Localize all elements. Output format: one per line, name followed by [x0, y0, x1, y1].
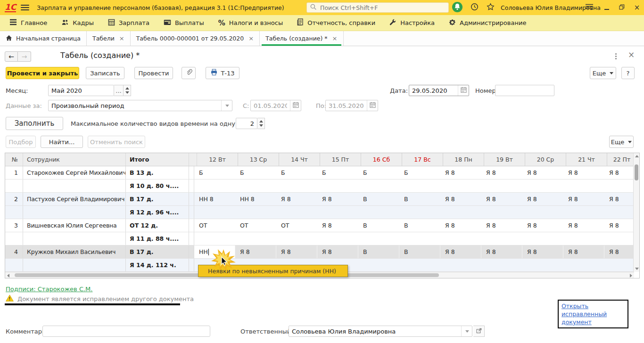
day-cell[interactable]: [563, 232, 604, 245]
open-corrected-link[interactable]: Открыть исправленный документ: [561, 302, 625, 326]
table-row[interactable]: 3Вишневская Юлия СергеевнаОТ 12 д.ОТОТОТ…: [5, 219, 639, 232]
number-field[interactable]: [495, 85, 554, 96]
close-window-button[interactable]: ×: [632, 3, 642, 12]
tab-3[interactable]: Табель 0000-000001 от 29.05.2020×: [131, 31, 260, 46]
day-cell[interactable]: [317, 206, 358, 219]
minimize-button[interactable]: [602, 3, 612, 12]
notifications-button[interactable]: [452, 2, 463, 13]
day-cell[interactable]: [563, 206, 604, 219]
month-choose-button[interactable]: ...: [114, 85, 124, 96]
responsible-field[interactable]: [289, 326, 472, 337]
search-input[interactable]: [319, 4, 439, 12]
menu-item-1[interactable]: Главное: [9, 19, 47, 27]
day-cell[interactable]: [235, 206, 276, 219]
from-date-field[interactable]: [250, 100, 301, 111]
day-cell[interactable]: Я 8: [604, 193, 634, 205]
day-cell[interactable]: Я 8: [440, 219, 481, 232]
day-cell[interactable]: Б: [194, 166, 235, 179]
chevron-down-icon[interactable]: [461, 326, 472, 336]
date-field[interactable]: [409, 85, 469, 96]
restore-button[interactable]: [617, 3, 627, 12]
day-cell[interactable]: [522, 180, 563, 192]
menu-item-6[interactable]: Отчетность, справки: [297, 18, 375, 27]
calendar-icon[interactable]: [290, 100, 301, 111]
day-cell[interactable]: [522, 206, 563, 219]
day-cell[interactable]: В: [399, 193, 440, 205]
day-cell[interactable]: [358, 180, 399, 192]
tab-4[interactable]: Табель (создание) *×: [260, 31, 343, 46]
chevron-down-icon[interactable]: [221, 100, 232, 111]
tab-2[interactable]: Табели×: [87, 31, 131, 46]
menu-item-7[interactable]: Настройка: [389, 19, 435, 27]
table-row[interactable]: 4Кружков Михаил ВасильевичВ 17 д.ННЯ 8Я …: [5, 245, 639, 259]
menu-item-2[interactable]: Кадры: [61, 19, 94, 27]
day-cell[interactable]: [440, 206, 481, 219]
day-cell[interactable]: [604, 180, 634, 192]
day-cell[interactable]: [604, 206, 634, 219]
day-cell[interactable]: [358, 206, 399, 219]
comment-field[interactable]: [42, 326, 210, 337]
day-cell[interactable]: Я 8: [317, 219, 358, 232]
max-types-field[interactable]: [236, 118, 257, 129]
day-cell[interactable]: [481, 180, 522, 192]
day-cell[interactable]: [276, 232, 317, 245]
day-cell[interactable]: В: [358, 219, 399, 232]
day-cell[interactable]: [358, 232, 399, 245]
print-t13-button[interactable]: Т-13: [206, 67, 239, 79]
day-cell[interactable]: Я 8: [440, 193, 481, 205]
menu-item-3[interactable]: Зарплата: [108, 19, 149, 27]
day-cell[interactable]: Я 8: [604, 245, 634, 258]
table-row[interactable]: 2Пастухов Сергей ВладимировичВ 17 д.НН 8…: [5, 193, 639, 206]
day-cell[interactable]: Я 8: [563, 166, 604, 179]
day-cell[interactable]: ОТ: [235, 219, 276, 232]
max-types-spinner[interactable]: [257, 118, 265, 129]
day-cell[interactable]: Б: [276, 166, 317, 179]
day-cell[interactable]: [399, 232, 440, 245]
day-cell[interactable]: [194, 206, 235, 219]
close-tab-icon[interactable]: ×: [332, 35, 338, 42]
service-menu-icon[interactable]: [584, 2, 595, 13]
pick-button[interactable]: Подбор: [6, 136, 36, 148]
write-button[interactable]: Записать: [86, 67, 124, 79]
day-cell[interactable]: Я 8: [522, 219, 563, 232]
day-cell[interactable]: Я 8: [522, 166, 563, 179]
forward-button[interactable]: →: [18, 51, 31, 62]
attachments-button[interactable]: [182, 67, 196, 79]
more-button-top[interactable]: Еще: [590, 67, 616, 79]
day-cell[interactable]: В: [399, 219, 440, 232]
day-cell[interactable]: Я 8: [317, 245, 358, 258]
table-subrow[interactable]: Я 11 д. 88 ч....: [5, 232, 639, 245]
fill-button[interactable]: Заполнить: [6, 117, 63, 130]
day-cell[interactable]: Я 8: [440, 245, 481, 258]
day-cell[interactable]: [604, 259, 634, 271]
day-cell[interactable]: [317, 180, 358, 192]
day-cell[interactable]: НН 8: [194, 193, 235, 205]
day-cell[interactable]: Б: [317, 166, 358, 179]
signatures-link[interactable]: Подписи: Старокожев С.М.: [6, 286, 92, 293]
day-cell[interactable]: Б: [358, 166, 399, 179]
day-cell[interactable]: Я 8: [276, 245, 317, 258]
day-cell[interactable]: [276, 180, 317, 192]
day-cell[interactable]: [522, 259, 563, 271]
day-cell[interactable]: [522, 232, 563, 245]
day-cell[interactable]: [481, 206, 522, 219]
day-cell[interactable]: Я 8: [481, 193, 522, 205]
day-cell[interactable]: [399, 259, 440, 271]
find-button[interactable]: Найти...: [41, 136, 83, 148]
day-cell[interactable]: Я 8: [481, 245, 522, 258]
period-combo[interactable]: [48, 100, 232, 111]
calendar-icon[interactable]: [458, 85, 469, 96]
close-form-button[interactable]: ×: [628, 51, 635, 58]
close-tab-icon[interactable]: ×: [119, 35, 124, 42]
day-cell[interactable]: Б: [399, 166, 440, 179]
day-cell[interactable]: [194, 180, 235, 192]
close-tab-icon[interactable]: ×: [248, 35, 254, 42]
table-subrow[interactable]: Я 12 д. 96 ч....: [5, 206, 639, 219]
day-cell[interactable]: В: [358, 193, 399, 205]
day-cell[interactable]: [440, 232, 481, 245]
day-cell[interactable]: Я 8: [276, 193, 317, 205]
month-spinner[interactable]: [124, 85, 131, 96]
help-button[interactable]: ?: [621, 67, 635, 79]
open-responsible-button[interactable]: [473, 326, 485, 337]
table-subrow[interactable]: Я 10 д. 80 ч....: [5, 180, 639, 193]
